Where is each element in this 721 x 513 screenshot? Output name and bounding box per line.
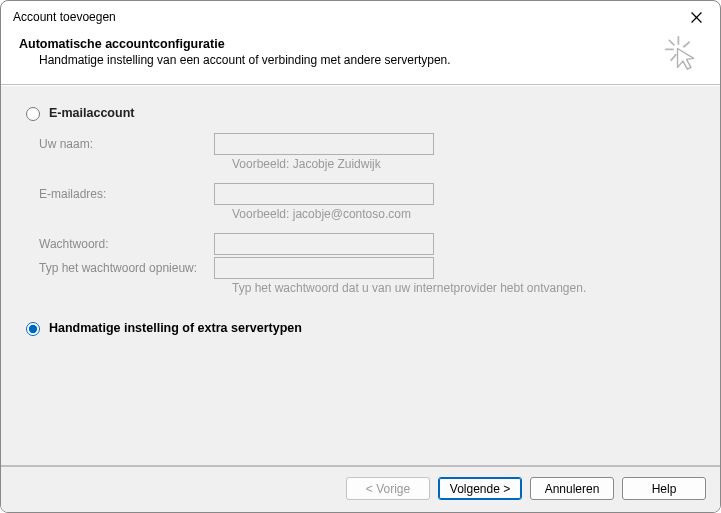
- row-name: Uw naam:: [39, 133, 700, 155]
- wizard-footer: < Vorige Volgende > Annuleren Help: [1, 466, 720, 512]
- close-button[interactable]: [682, 7, 710, 27]
- hint-password: Typ het wachtwoord dat u van uw internet…: [39, 281, 700, 295]
- svg-line-4: [684, 42, 689, 47]
- svg-line-5: [671, 55, 676, 60]
- hint-name: Voorbeeld: Jacobje Zuidwijk: [39, 157, 700, 171]
- radio-email-account[interactable]: E-mailaccount: [21, 104, 700, 121]
- row-password2: Typ het wachtwoord opnieuw:: [39, 257, 700, 279]
- wizard-content: E-mailaccount Uw naam: Voorbeeld: Jacobj…: [1, 85, 720, 465]
- label-password: Wachtwoord:: [39, 234, 214, 254]
- radio-email-input[interactable]: [26, 107, 40, 121]
- label-name: Uw naam:: [39, 134, 214, 154]
- window-title: Account toevoegen: [13, 10, 116, 24]
- email-form: Uw naam: Voorbeeld: Jacobje Zuidwijk E-m…: [21, 133, 700, 319]
- close-icon: [691, 12, 702, 23]
- label-password2: Typ het wachtwoord opnieuw:: [39, 258, 214, 278]
- content-spacer: [21, 348, 700, 453]
- label-email: E-mailadres:: [39, 184, 214, 204]
- radio-manual-setup[interactable]: Handmatige instelling of extra servertyp…: [21, 319, 700, 336]
- cancel-button[interactable]: Annuleren: [530, 477, 614, 500]
- hint-email: Voorbeeld: jacobje@contoso.com: [39, 207, 700, 221]
- cursor-click-icon: [664, 33, 704, 74]
- header-text: Automatische accountconfiguratie Handmat…: [19, 33, 451, 67]
- header-title: Automatische accountconfiguratie: [19, 37, 451, 51]
- svg-line-6: [669, 40, 674, 45]
- input-name: [214, 133, 434, 155]
- row-password: Wachtwoord:: [39, 233, 700, 255]
- titlebar: Account toevoegen: [1, 1, 720, 29]
- input-email: [214, 183, 434, 205]
- next-button[interactable]: Volgende >: [438, 477, 522, 500]
- help-button[interactable]: Help: [622, 477, 706, 500]
- input-password2: [214, 257, 434, 279]
- header-subtitle: Handmatige instelling van een account of…: [19, 53, 451, 67]
- radio-manual-label[interactable]: Handmatige instelling of extra servertyp…: [49, 321, 302, 335]
- radio-email-label[interactable]: E-mailaccount: [49, 106, 134, 120]
- back-button: < Vorige: [346, 477, 430, 500]
- radio-manual-input[interactable]: [26, 322, 40, 336]
- wizard-header: Automatische accountconfiguratie Handmat…: [1, 29, 720, 85]
- row-email: E-mailadres:: [39, 183, 700, 205]
- input-password: [214, 233, 434, 255]
